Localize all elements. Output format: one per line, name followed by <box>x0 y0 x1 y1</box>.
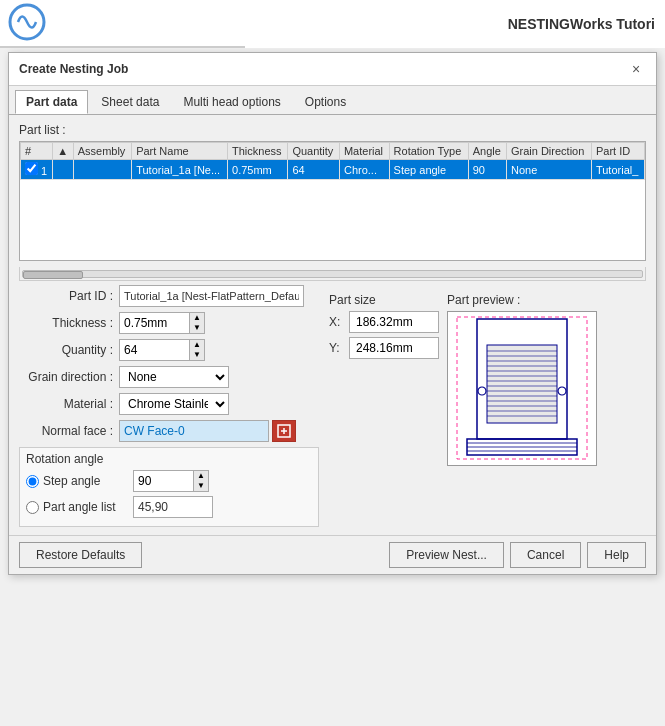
cell-thickness: 0.75mm <box>228 160 288 180</box>
cell-checkbox[interactable]: 1 <box>21 160 53 180</box>
y-size-input[interactable] <box>349 337 439 359</box>
col-checkbox: # <box>21 143 53 160</box>
col-material: Material <box>339 143 389 160</box>
part-preview-label: Part preview : <box>447 293 597 307</box>
thickness-spin: ▲ ▼ <box>119 312 205 334</box>
tab-bar: Part data Sheet data Multi head options … <box>9 86 656 115</box>
cell-part-name: Tutorial_1a [Ne... <box>132 160 228 180</box>
row-checkbox[interactable] <box>25 162 38 175</box>
face-select-icon <box>277 424 291 438</box>
quantity-up-btn[interactable]: ▲ <box>190 340 204 350</box>
cell-assembly <box>53 160 74 180</box>
y-size-row: Y: <box>329 337 439 359</box>
cell-rotation-type: Step angle <box>389 160 468 180</box>
step-angle-spin-buttons: ▲ ▼ <box>193 470 209 492</box>
normal-face-row: Normal face : <box>19 420 319 442</box>
scroll-thumb[interactable] <box>23 271 83 279</box>
part-id-label: Part ID : <box>19 289 119 303</box>
part-angle-row: Part angle list <box>26 496 312 518</box>
col-rotation-type: Rotation Type <box>389 143 468 160</box>
step-angle-spin: ▲ ▼ <box>133 470 209 492</box>
dialog-titlebar: Create Nesting Job × <box>9 53 656 86</box>
thickness-label: Thickness : <box>19 316 119 330</box>
material-select[interactable]: Chrome Stainles <box>119 393 229 415</box>
x-size-input[interactable] <box>349 311 439 333</box>
restore-defaults-button[interactable]: Restore Defaults <box>19 542 142 568</box>
part-id-row: Part ID : <box>19 285 319 307</box>
material-row: Material : Chrome Stainles <box>19 393 319 415</box>
dialog-footer: Restore Defaults Preview Nest... Cancel … <box>9 535 656 574</box>
tab-options[interactable]: Options <box>294 90 357 114</box>
part-preview-area <box>447 311 597 466</box>
thickness-up-btn[interactable]: ▲ <box>190 313 204 323</box>
tab-multi-head[interactable]: Multi head options <box>172 90 291 114</box>
part-preview-svg <box>452 315 592 463</box>
rotation-title: Rotation angle <box>26 452 312 466</box>
preview-nest-button[interactable]: Preview Nest... <box>389 542 504 568</box>
help-button[interactable]: Help <box>587 542 646 568</box>
step-angle-label: Step angle <box>43 474 133 488</box>
cell-assembly2 <box>73 160 131 180</box>
step-angle-input[interactable] <box>133 470 193 492</box>
step-angle-radio[interactable] <box>26 475 39 488</box>
cancel-button[interactable]: Cancel <box>510 542 581 568</box>
quantity-spin: ▲ ▼ <box>119 339 205 361</box>
thickness-spin-buttons: ▲ ▼ <box>189 312 205 334</box>
footer-right: Preview Nest... Cancel Help <box>389 542 646 568</box>
part-preview-section: Part preview : <box>447 285 597 466</box>
grain-direction-row: Grain direction : None X Y <box>19 366 319 388</box>
step-angle-up-btn[interactable]: ▲ <box>194 471 208 481</box>
dialog-content: Part list : # ▲ Assembly Part Name Thick… <box>9 115 656 535</box>
col-grain-direction: Grain Direction <box>506 143 591 160</box>
x-size-row: X: <box>329 311 439 333</box>
col-thickness: Thickness <box>228 143 288 160</box>
svg-point-25 <box>558 387 566 395</box>
table-hscrollbar[interactable] <box>19 267 646 281</box>
face-icon-button[interactable] <box>272 420 296 442</box>
table-row[interactable]: 1 Tutorial_1a [Ne... 0.75mm 64 Chro... S… <box>21 160 645 180</box>
quantity-input[interactable] <box>119 339 189 361</box>
title-bar: NESTINGWorks Tutori <box>0 0 665 48</box>
app-title: NESTINGWorks Tutori <box>245 0 665 48</box>
form-right: Part size X: Y: Part preview : <box>329 285 646 527</box>
part-size-section: Part size X: Y: <box>329 285 439 363</box>
quantity-row: Quantity : ▲ ▼ <box>19 339 319 361</box>
row-num: 1 <box>41 165 47 177</box>
part-table-wrapper[interactable]: # ▲ Assembly Part Name Thickness Quantit… <box>19 141 646 261</box>
part-angle-radio[interactable] <box>26 501 39 514</box>
part-angle-label: Part angle list <box>43 500 133 514</box>
thickness-input[interactable] <box>119 312 189 334</box>
part-angle-input[interactable] <box>133 496 213 518</box>
quantity-spin-buttons: ▲ ▼ <box>189 339 205 361</box>
step-angle-down-btn[interactable]: ▼ <box>194 481 208 491</box>
part-id-input[interactable] <box>119 285 304 307</box>
grain-direction-select[interactable]: None X Y <box>119 366 229 388</box>
col-angle: Angle <box>468 143 506 160</box>
close-button[interactable]: × <box>626 59 646 79</box>
dialog-title: Create Nesting Job <box>19 62 128 76</box>
footer-left: Restore Defaults <box>19 542 389 568</box>
quantity-down-btn[interactable]: ▼ <box>190 350 204 360</box>
col-sort[interactable]: ▲ <box>53 143 74 160</box>
x-label: X: <box>329 315 349 329</box>
scroll-track[interactable] <box>22 270 643 278</box>
normal-face-label: Normal face : <box>19 424 119 438</box>
normal-face-input[interactable] <box>119 420 269 442</box>
tab-sheet-data[interactable]: Sheet data <box>90 90 170 114</box>
thickness-down-btn[interactable]: ▼ <box>190 323 204 333</box>
y-label: Y: <box>329 341 349 355</box>
col-part-name: Part Name <box>132 143 228 160</box>
cell-material: Chro... <box>339 160 389 180</box>
form-section: Part ID : Thickness : ▲ ▼ <box>19 285 646 527</box>
size-preview-section: Part size X: Y: Part preview : <box>329 285 646 466</box>
col-quantity: Quantity <box>288 143 340 160</box>
svg-point-24 <box>478 387 486 395</box>
tab-part-data[interactable]: Part data <box>15 90 88 114</box>
step-angle-row: Step angle ▲ ▼ <box>26 470 312 492</box>
part-size-label: Part size <box>329 293 439 307</box>
thickness-row: Thickness : ▲ ▼ <box>19 312 319 334</box>
cell-grain-direction: None <box>506 160 591 180</box>
material-label: Material : <box>19 397 119 411</box>
cell-quantity: 64 <box>288 160 340 180</box>
grain-direction-label: Grain direction : <box>19 370 119 384</box>
